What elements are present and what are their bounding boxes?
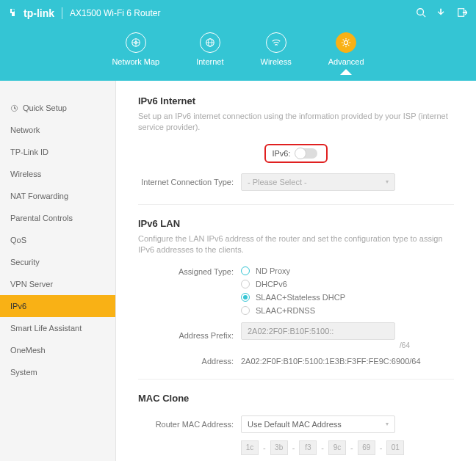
ipv6-toggle-highlight: IPv6:	[264, 144, 327, 163]
sidebar-item-ipv6[interactable]: IPv6	[0, 295, 115, 317]
content-area: IPv6 Internet Set up an IPv6 internet co…	[116, 81, 476, 461]
sidebar-item-label: Smart Life Assistant	[10, 324, 82, 333]
nav-label: Wireless	[261, 57, 292, 66]
radio-label: SLAAC+RDNSS	[256, 306, 315, 315]
header-actions	[416, 7, 467, 20]
address-label: Address:	[138, 357, 241, 366]
mac-octets: 1c- 3b- f3- 9c- 69- 01	[241, 440, 454, 455]
section-title-ipv6-lan: IPv6 LAN	[138, 218, 454, 229]
sidebar-item-quick-setup[interactable]: Quick Setup	[0, 97, 115, 119]
sidebar-item-label: Parental Controls	[10, 214, 73, 222]
select-value: Use Default MAC Address	[248, 420, 342, 429]
sidebar-item-label: Quick Setup	[23, 104, 67, 112]
radio-icon	[241, 306, 250, 315]
section-title-ipv6-internet: IPv6 Internet	[138, 95, 454, 106]
mac-octet[interactable]: 01	[386, 440, 404, 455]
prefix-suffix: /64	[241, 341, 410, 349]
mac-octet[interactable]: 1c	[241, 440, 259, 455]
radio-label: DHCPv6	[256, 280, 287, 288]
svg-point-10	[345, 40, 348, 44]
nav-wireless[interactable]: Wireless	[261, 32, 292, 75]
brand-row: tp-link AX1500 Wi-Fi 6 Router	[0, 0, 476, 26]
svg-line-1	[423, 14, 426, 17]
nav-internet[interactable]: Internet	[196, 32, 223, 75]
prefix-input[interactable]: 2A02:2F0F:B10F:5100::	[241, 322, 395, 340]
mac-octet[interactable]: f3	[299, 440, 317, 455]
section-desc: Set up an IPv6 internet connection using…	[138, 111, 454, 134]
prefix-value: 2A02:2F0F:B10F:5100::	[248, 327, 333, 335]
sidebar-item-network[interactable]: Network	[0, 119, 115, 141]
sidebar-item-label: System	[10, 368, 37, 377]
sidebar-item-onemesh[interactable]: OneMesh	[0, 339, 115, 361]
sidebar-item-label: NAT Forwarding	[10, 192, 68, 200]
assigned-type-radios: ND Proxy DHCPv6 SLAAC+Stateless DHCP SLA…	[241, 266, 454, 315]
sidebar-item-system[interactable]: System	[0, 361, 115, 383]
globe-icon	[126, 32, 146, 53]
mac-octet[interactable]: 9c	[328, 440, 346, 455]
sidebar-item-label: OneMesh	[10, 346, 46, 355]
sidebar-item-label: TP-Link ID	[10, 148, 48, 156]
radio-icon	[241, 266, 250, 275]
internet-icon	[200, 32, 220, 53]
nav-network-map[interactable]: Network Map	[112, 32, 159, 75]
logout-icon[interactable]	[457, 7, 467, 20]
sidebar: Quick Setup Network TP-Link ID Wireless …	[0, 81, 116, 461]
brand-text: tp-link	[24, 7, 54, 19]
section-title-mac-clone: MAC Clone	[138, 393, 454, 404]
section-desc: Configure the LAN IPv6 address of the ro…	[138, 233, 454, 256]
nav-advanced[interactable]: Advanced	[328, 32, 364, 75]
sidebar-item-label: Wireless	[10, 170, 41, 178]
nav-label: Network Map	[112, 57, 159, 66]
nav-label: Internet	[196, 57, 223, 66]
mac-select[interactable]: Use Default MAC Address ▾	[241, 415, 395, 433]
sidebar-item-security[interactable]: Security	[0, 251, 115, 273]
mac-octet[interactable]: 3b	[270, 440, 288, 455]
sidebar-item-wireless[interactable]: Wireless	[0, 163, 115, 185]
radio-icon	[241, 293, 250, 302]
brand-logo: tp-link	[9, 7, 54, 19]
conn-type-select[interactable]: - Please Select - ▾	[241, 173, 395, 191]
radio-nd-proxy[interactable]: ND Proxy	[241, 266, 454, 275]
sidebar-item-label: VPN Server	[10, 280, 53, 288]
mac-octet[interactable]: 69	[358, 440, 375, 455]
sidebar-item-label: IPv6	[10, 302, 26, 311]
radio-slaac-rdnss[interactable]: SLAAC+RDNSS	[241, 306, 454, 315]
section-divider	[138, 379, 454, 380]
radio-slaac-stateless[interactable]: SLAAC+Stateless DHCP	[241, 293, 454, 302]
mac-label: Router MAC Address:	[138, 420, 241, 429]
clock-icon	[10, 104, 18, 112]
prefix-label: Address Prefix:	[138, 331, 241, 340]
assigned-type-label: Assigned Type:	[138, 266, 241, 276]
search-icon[interactable]	[416, 7, 426, 20]
sidebar-item-label: QoS	[10, 236, 26, 244]
ipv6-toggle-label: IPv6:	[272, 149, 290, 158]
select-value: - Please Select -	[248, 178, 307, 186]
sidebar-item-parental[interactable]: Parental Controls	[0, 207, 115, 229]
ipv6-toggle[interactable]	[295, 148, 317, 159]
app-header: tp-link AX1500 Wi-Fi 6 Router Network Ma…	[0, 0, 476, 81]
brand-divider	[62, 7, 62, 19]
section-divider	[138, 204, 454, 205]
conn-type-label: Internet Connection Type:	[138, 178, 241, 186]
chevron-down-icon: ▾	[386, 178, 389, 185]
address-value: 2A02:2F0F:B10F:5100:1E3B:F3FF:FE9C:6900/…	[241, 357, 454, 366]
wifi-icon	[266, 32, 286, 53]
sidebar-item-tplink-id[interactable]: TP-Link ID	[0, 141, 115, 163]
sidebar-item-qos[interactable]: QoS	[0, 229, 115, 251]
sidebar-item-nat[interactable]: NAT Forwarding	[0, 185, 115, 207]
download-icon[interactable]	[436, 7, 447, 20]
sidebar-item-label: Network	[10, 126, 40, 134]
main-nav: Network Map Internet Wireless Advanced	[0, 32, 476, 75]
model-name: AX1500 Wi-Fi 6 Router	[70, 8, 160, 18]
radio-label: ND Proxy	[256, 266, 290, 275]
radio-icon	[241, 280, 250, 288]
sidebar-item-smart-life[interactable]: Smart Life Assistant	[0, 317, 115, 339]
radio-dhcpv6[interactable]: DHCPv6	[241, 280, 454, 288]
radio-label: SLAAC+Stateless DHCP	[256, 293, 345, 302]
tp-logo-icon	[9, 7, 21, 19]
chevron-down-icon: ▾	[386, 421, 389, 427]
sidebar-item-label: Security	[10, 258, 40, 266]
svg-point-0	[417, 8, 424, 15]
page-body: Quick Setup Network TP-Link ID Wireless …	[0, 81, 476, 461]
sidebar-item-vpn[interactable]: VPN Server	[0, 273, 115, 295]
